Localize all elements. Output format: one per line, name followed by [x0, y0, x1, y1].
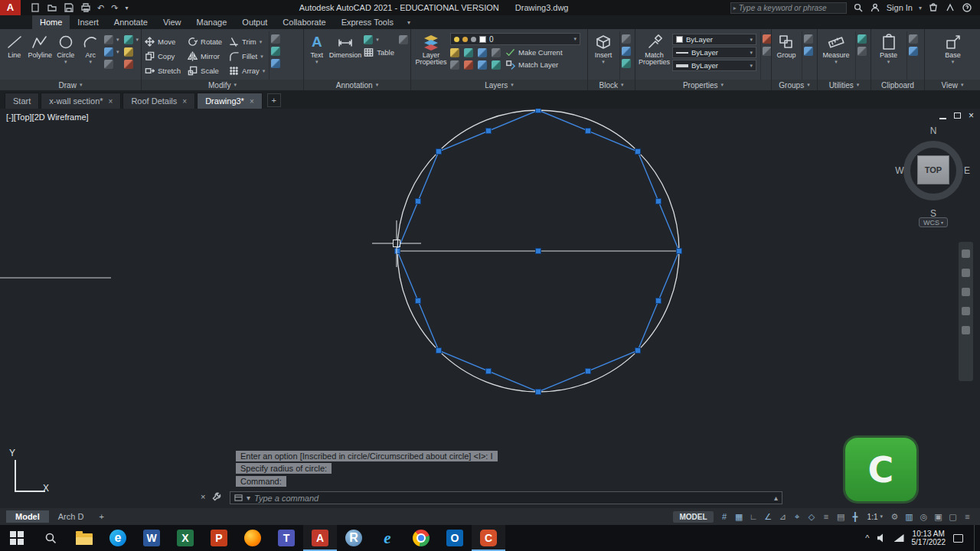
taskbar-file-explorer[interactable] [67, 525, 101, 551]
hatch-tool-button[interactable]: ▾ [104, 47, 119, 57]
tab-collaborate[interactable]: Collaborate [275, 15, 333, 29]
lineweight-toggle[interactable]: ≡ [820, 510, 833, 523]
grip[interactable] [586, 129, 591, 134]
layer-lock-icon[interactable] [471, 37, 476, 42]
file-tab-start[interactable]: Start [5, 93, 39, 109]
dimension-button[interactable]: Dimension [329, 31, 362, 80]
show-desktop-button[interactable] [974, 525, 978, 551]
search-icon[interactable] [853, 2, 864, 13]
layer-dropdown[interactable]: 0 ▾ [450, 33, 580, 45]
close-tab-icon[interactable]: × [109, 97, 113, 106]
open-file-icon[interactable] [47, 3, 57, 13]
taskbar-autocad[interactable]: A [303, 525, 337, 551]
taskbar-clock[interactable]: 10:13 AM 5/17/2022 [912, 530, 946, 546]
ucs-dropdown[interactable]: WCS▾ [919, 217, 948, 227]
showmotion-icon[interactable] [962, 326, 970, 334]
layer-freeze-icon[interactable] [462, 37, 468, 42]
layer-isolate-button[interactable] [464, 48, 473, 57]
region-tool-button[interactable] [124, 60, 139, 69]
mirror-button[interactable]: Mirror [188, 49, 222, 64]
new-file-icon[interactable] [30, 3, 40, 13]
quick-select-button[interactable] [858, 34, 867, 44]
action-center-icon[interactable] [953, 534, 963, 543]
zoom-icon[interactable] [962, 288, 970, 296]
navigation-bar[interactable] [959, 242, 973, 381]
orbit-icon[interactable] [962, 307, 970, 315]
viewport-controls[interactable]: [-][Top][2D Wireframe] [6, 112, 89, 122]
taskbar-excel[interactable]: X [168, 525, 202, 551]
close-tab-icon[interactable]: × [250, 97, 254, 106]
help-search-input[interactable] [739, 4, 846, 12]
layer-walk-button[interactable] [478, 60, 487, 70]
base-button[interactable]: Base ▾ [939, 31, 967, 80]
base-dropdown-icon[interactable]: ▾ [952, 60, 955, 64]
layout-tab-arch-d[interactable]: Arch D [49, 510, 93, 523]
properties-list-button[interactable] [763, 47, 771, 56]
sign-in-caret-icon[interactable]: ▾ [919, 5, 922, 11]
viewcube-north[interactable]: N [928, 126, 939, 136]
grip[interactable] [635, 149, 641, 155]
array-button[interactable]: Array▾ [229, 64, 265, 78]
insert-dropdown-icon[interactable]: ▾ [602, 60, 605, 64]
grip[interactable] [536, 109, 541, 113]
cut-button[interactable] [909, 34, 918, 44]
grip[interactable] [586, 369, 591, 374]
file-tab-roof-details[interactable]: Roof Details× [122, 93, 195, 109]
taskbar-internet-explorer[interactable]: e [371, 525, 404, 551]
layer-state-button[interactable] [450, 48, 459, 57]
dynamic-input-toggle[interactable]: ╋ [849, 510, 862, 523]
linetype-dropdown[interactable]: ByLayer ▾ [672, 47, 756, 58]
view-panel-label[interactable]: View▾ [925, 80, 980, 90]
grip[interactable] [395, 249, 400, 254]
taskbar-outlook[interactable]: O [438, 525, 472, 551]
copy-button[interactable]: Copy [145, 49, 181, 64]
network-icon[interactable] [894, 534, 904, 542]
new-drawing-tab-button[interactable]: + [267, 93, 281, 107]
scale-button[interactable]: Scale [188, 64, 222, 78]
boundary-tool-button[interactable] [104, 60, 119, 69]
groups-panel-label[interactable]: Groups▾ [772, 80, 817, 90]
layers-panel-label[interactable]: Layers▾ [411, 80, 587, 90]
modify-panel-label[interactable]: Modify▾ [142, 80, 303, 90]
arc-button[interactable]: Arc ▾ [80, 31, 102, 80]
offset-tool-button[interactable] [271, 59, 280, 68]
block-attributes-button[interactable] [622, 59, 631, 68]
utilities-panel-label[interactable]: Utilities▾ [818, 80, 871, 90]
layer-color-swatch[interactable] [479, 36, 486, 43]
edit-block-button[interactable] [622, 47, 631, 56]
snap-toggle[interactable]: ▦ [733, 510, 746, 523]
text-dropdown-icon[interactable]: ▾ [315, 60, 318, 64]
lock-ui-button[interactable]: ▣ [932, 510, 945, 523]
ortho-toggle[interactable]: ∟ [747, 510, 760, 523]
move-button[interactable]: Move [145, 34, 181, 49]
taskbar-powerpoint[interactable]: P [202, 525, 236, 551]
grip[interactable] [536, 249, 541, 254]
layer-delete-button[interactable] [464, 60, 473, 70]
minimize-icon[interactable] [939, 118, 946, 119]
ribbon-display-toggle-icon[interactable]: ▾ [401, 15, 416, 29]
file-tab-xwall-section[interactable]: x-wall section*× [41, 93, 121, 109]
object-color-dropdown[interactable]: ByLayer ▾ [672, 34, 756, 45]
rectangle-tool-button[interactable]: ▾ [104, 35, 119, 44]
lineweight-dropdown[interactable]: ByLayer ▾ [672, 60, 756, 71]
leader-tool-button[interactable]: ▾ [364, 35, 394, 44]
autodesk-account-icon[interactable] [945, 2, 956, 13]
clean-screen-button[interactable]: ▢ [946, 510, 959, 523]
copy-clip-button[interactable] [909, 47, 918, 56]
fillet-button[interactable]: Fillet▾ [229, 49, 265, 64]
stretch-button[interactable]: Stretch [145, 64, 181, 78]
polar-tracking-toggle[interactable]: ∠ [762, 510, 775, 523]
grid-toggle[interactable]: # [718, 510, 731, 523]
annotation-panel-label[interactable]: Annotation▾ [304, 80, 410, 90]
drawing-canvas[interactable]: [-][Top][2D Wireframe] × N W E S TOP WCS… [0, 109, 980, 508]
gradient-tool-button[interactable] [124, 47, 139, 57]
app-store-icon[interactable] [928, 2, 939, 13]
undo-icon[interactable]: ↶ [97, 3, 104, 13]
taskbar-chrome[interactable] [404, 525, 438, 551]
sign-in-button[interactable]: Sign In [887, 3, 913, 12]
isometric-drafting-toggle[interactable]: ⊿ [776, 510, 789, 523]
restore-icon[interactable] [954, 112, 961, 119]
make-current-button[interactable]: Make Current [505, 47, 563, 57]
help-search-box[interactable]: ▸ [730, 2, 847, 14]
command-caret-icon[interactable]: ▾ [247, 494, 250, 502]
